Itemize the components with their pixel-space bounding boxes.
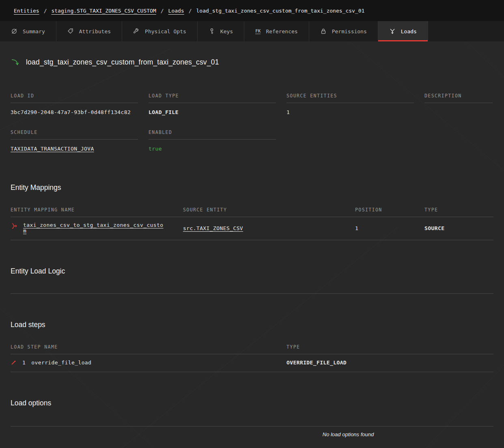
tab-label: Attributes [79,28,111,34]
field-schedule: SCHEDULE TAXIDATA_TRANSACTION_JOVA [11,125,149,162]
table-row-step-name: 1 override_file_load [11,354,286,372]
wrench-icon [133,28,140,34]
load-options-title: Load options [11,399,493,407]
tab-label: Permissions [332,28,367,34]
mapping-icon [11,223,18,229]
summary-icon [11,28,17,34]
tab-bar: Summary Attributes Physical Opts Keys FK… [0,21,504,41]
breadcrumb-separator: / [161,8,164,14]
breadcrumb-separator: / [44,8,47,14]
field-label: SCHEDULE [11,125,138,140]
main-content: load_stg_taxi_zones_csv_custom_from_taxi… [0,41,504,437]
tab-label: Keys [220,28,233,34]
breadcrumb-current: load_stg_taxi_zones_csv_custom_from_taxi… [196,8,365,14]
column-header-type: TYPE [424,202,493,217]
entity-mappings-title: Entity Mappings [11,183,493,192]
field-load-type: LOAD TYPE LOAD_FILE [149,88,286,125]
column-header-step-type: TYPE [286,340,493,354]
tag-icon [67,28,74,34]
field-value-enabled: true [149,140,276,162]
tab-references[interactable]: FK References [244,21,309,41]
field-label: LOAD ID [11,88,138,103]
tab-label: References [266,28,297,34]
field-description: DESCRIPTION [424,88,493,125]
table-row-source-entity: src.TAXI_ZONES_CSV [183,217,355,240]
column-header-load-step-name: LOAD STEP NAME [11,340,286,354]
tab-keys[interactable]: Keys [198,21,244,41]
load-details-row-2: SCHEDULE TAXIDATA_TRANSACTION_JOVA ENABL… [11,125,493,162]
page-header: load_stg_taxi_zones_csv_custom_from_taxi… [11,58,493,67]
field-value-description [424,103,493,119]
field-value-load-type: LOAD_FILE [149,103,276,125]
field-load-id: LOAD ID 3bc7d290-2048-47a7-93bf-0d48ff13… [11,88,149,125]
tab-loads[interactable]: Loads [378,21,428,41]
table-row-step-type: OVERRIDE_FILE_LOAD [286,354,493,372]
field-label: DESCRIPTION [424,88,493,103]
field-label: ENABLED [149,125,276,140]
table-row-mapping-name: taxi_zones_csv_to_stg_taxi_zones_csv_cus… [11,217,183,240]
breadcrumb-link-entity[interactable]: staging.STG_TAXI_ZONES_CSV_CUSTOM [51,8,156,14]
table-row-position: 1 [355,217,424,240]
field-value-source-entities: 1 [286,103,414,125]
schedule-link[interactable]: TAXIDATA_TRANSACTION_JOVA [11,146,94,152]
page-title: load_stg_taxi_zones_csv_custom_from_taxi… [26,58,219,67]
tab-label: Summary [23,28,45,34]
tab-label: Physical Opts [145,28,186,34]
field-source-entities: SOURCE ENTITIES 1 [286,88,424,125]
breadcrumb: Entities / staging.STG_TAXI_ZONES_CSV_CU… [0,0,504,21]
load-step-index: 1 [22,360,26,366]
tab-permissions[interactable]: Permissions [309,21,378,41]
column-header-source-entity: SOURCE ENTITY [183,202,355,217]
column-header-position: POSITION [355,202,424,217]
load-steps-title: Load steps [11,321,493,329]
load-options-empty-message: No load options found [192,431,504,437]
tab-physical-opts[interactable]: Physical Opts [122,21,198,41]
breadcrumb-separator: / [189,8,192,14]
breadcrumb-link-loads[interactable]: Loads [168,8,184,14]
field-label: SOURCE ENTITIES [286,88,414,103]
lock-icon [320,28,327,34]
field-value-load-id: 3bc7d290-2048-47a7-93bf-0d48ff134c82 [11,103,138,125]
tab-summary[interactable]: Summary [0,21,56,41]
source-entity-link[interactable]: src.TAXI_ZONES_CSV [183,225,243,231]
field-label: LOAD TYPE [149,88,276,103]
load-arrow-icon [11,58,19,67]
fk-icon: FK [255,29,261,34]
load-steps-table: LOAD STEP NAME TYPE 1 override_file_load… [11,340,493,372]
table-row-type: SOURCE [424,217,493,240]
entity-mappings-table: ENTITY MAPPING NAME SOURCE ENTITY POSITI… [11,202,493,240]
load-step-icon [11,360,17,366]
load-options-divider [11,426,493,426]
field-enabled: ENABLED true [149,125,286,162]
tab-label: Loads [401,28,417,34]
entity-mapping-link[interactable]: taxi_zones_csv_to_stg_taxi_zones_csv_cus… [23,222,166,234]
tab-attributes[interactable]: Attributes [56,21,122,41]
load-icon [389,28,396,34]
load-step-name: override_file_load [31,360,91,366]
load-details-row-1: LOAD ID 3bc7d290-2048-47a7-93bf-0d48ff13… [11,88,493,125]
entity-load-logic-title: Entity Load Logic [11,267,493,276]
key-icon [209,28,215,34]
column-header-entity-mapping-name: ENTITY MAPPING NAME [11,202,183,217]
breadcrumb-link-entities[interactable]: Entities [14,8,39,14]
entity-load-logic-divider [11,293,493,294]
